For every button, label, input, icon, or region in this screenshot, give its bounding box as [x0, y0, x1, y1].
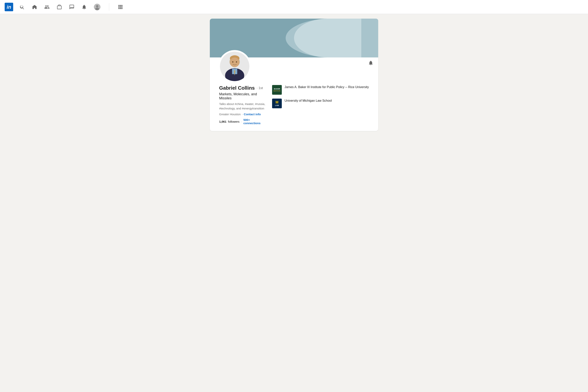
network-icon [44, 4, 50, 10]
svg-rect-3 [118, 5, 120, 6]
followers-count: 1,061 [219, 120, 227, 123]
svg-rect-4 [120, 5, 121, 6]
michigan-logo-law: LAW [275, 104, 279, 106]
svg-point-2 [95, 8, 99, 10]
svg-point-19 [232, 61, 234, 62]
michigan-affiliation-name: University of Michigan Law School [285, 98, 332, 103]
baker-logo-text2: INSTITUTE [274, 90, 281, 92]
messaging-nav-item[interactable] [69, 4, 74, 10]
home-nav-item[interactable] [32, 4, 37, 10]
profile-photo [220, 52, 249, 81]
messaging-icon [69, 4, 74, 10]
svg-rect-6 [118, 6, 120, 8]
profile-left: Gabriel Collins · 1st Markets, Molecules… [219, 82, 272, 125]
jobs-icon [57, 4, 62, 10]
profile-body: Gabriel Collins · 1st Markets, Molecules… [210, 82, 378, 131]
connections-link[interactable]: 500+ connections [243, 118, 266, 125]
profile-name: Gabriel Collins [219, 85, 255, 91]
michigan-logo: M LAW [272, 98, 282, 108]
cover-shape-2 [294, 19, 361, 58]
search-icon [19, 4, 25, 10]
svg-point-15 [230, 58, 239, 67]
home-icon [32, 4, 37, 10]
connection-degree: · 1st [257, 86, 263, 90]
contact-info-link[interactable]: Contact info [244, 112, 261, 116]
svg-rect-10 [120, 8, 121, 9]
jobs-nav-item[interactable] [57, 4, 62, 10]
michigan-logo-m: M [276, 100, 279, 104]
bell-nav-icon [81, 4, 87, 10]
svg-rect-11 [121, 8, 123, 9]
notifications-nav-item[interactable] [81, 4, 87, 10]
grid-icon [118, 4, 123, 10]
profile-headline: Markets, Molecules, and Missiles [219, 92, 266, 100]
stats-separator: · [241, 120, 242, 123]
affiliation-michigan[interactable]: M LAW University of Michigan Law School [272, 98, 369, 108]
profile-name-row: Gabriel Collins · 1st [219, 85, 266, 91]
nav-avatar-image [94, 4, 100, 10]
svg-rect-7 [120, 6, 121, 8]
profile-affiliations: BAKER INSTITUTE James A. Baker III Insti… [272, 82, 369, 112]
linkedin-logo[interactable]: in [5, 3, 13, 11]
location-text: Greater Houston [219, 112, 241, 116]
network-nav-item[interactable] [44, 4, 50, 10]
work-nav-item[interactable] [118, 4, 123, 10]
profile-talks-about: Talks about #china, #water, #russia, #te… [219, 102, 266, 110]
follow-bell-button[interactable] [368, 60, 373, 66]
svg-rect-9 [118, 8, 120, 9]
profile-stats: 1,061 followers · 500+ connections [219, 118, 266, 125]
svg-rect-8 [121, 6, 123, 8]
baker-logo: BAKER INSTITUTE [272, 85, 282, 95]
nav-divider [109, 3, 109, 11]
navbar: in [0, 0, 588, 14]
search-nav-item[interactable] [19, 4, 25, 10]
profile-card: Gabriel Collins · 1st Markets, Molecules… [210, 19, 378, 131]
nav-icons [19, 3, 123, 11]
profile-avatar[interactable] [219, 51, 250, 82]
page-wrapper: Gabriel Collins · 1st Markets, Molecules… [207, 19, 381, 131]
baker-affiliation-name: James A. Baker III Institute for Public … [285, 85, 369, 89]
followers-label: followers [228, 120, 240, 123]
bell-follow-icon [368, 60, 373, 66]
profile-location: Greater Houston · Contact info [219, 112, 266, 116]
location-dot: · [242, 112, 243, 116]
affiliation-baker[interactable]: BAKER INSTITUTE James A. Baker III Insti… [272, 85, 369, 95]
svg-rect-5 [121, 5, 123, 6]
svg-point-1 [96, 5, 98, 7]
nav-profile-avatar[interactable] [94, 4, 100, 10]
baker-logo-text1: BAKER [274, 88, 280, 90]
svg-point-20 [236, 61, 237, 62]
